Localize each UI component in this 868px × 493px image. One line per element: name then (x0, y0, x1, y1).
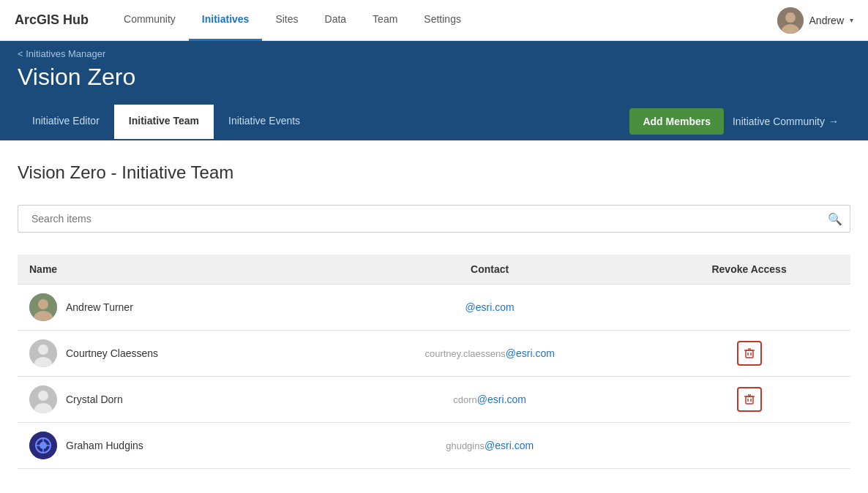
contact-email-link[interactable]: @esri.com (477, 394, 526, 405)
user-menu-chevron-icon: ▾ (850, 16, 853, 24)
svg-point-7 (38, 345, 48, 355)
revoke-access-button[interactable] (737, 387, 762, 412)
member-name-label: Graham Hudgins (66, 440, 143, 451)
search-input[interactable] (26, 206, 828, 232)
top-navigation: ArcGIS Hub Community Initiatives Sites D… (0, 0, 868, 41)
main-content: Vision Zero - Initiative Team 🔍 Name Con… (0, 140, 868, 491)
contact-cell: cdorn@esri.com (332, 377, 648, 423)
contact-email-link[interactable]: @esri.com (506, 347, 555, 359)
nav-link-community[interactable]: Community (111, 0, 189, 41)
svg-rect-9 (746, 350, 753, 358)
avatar (29, 432, 57, 459)
svg-point-1 (785, 12, 796, 23)
contact-prefix: cdorn (453, 394, 477, 405)
tab-bar: Initiative Editor Initiative Team Initia… (18, 102, 850, 140)
revoke-cell (648, 331, 850, 377)
tab-bar-left: Initiative Editor Initiative Team Initia… (18, 105, 618, 139)
contact-prefix: ghudgins (446, 440, 484, 451)
member-name-label: Courtney Claessens (66, 347, 158, 359)
table-header: Name Contact Revoke Access (18, 255, 850, 285)
revoke-cell (648, 423, 850, 469)
table-row: Graham Hudgins ghudgins@esri.com (18, 423, 850, 469)
initiative-title: Vision Zero (18, 64, 850, 91)
table-row: Andrew Turner @esri.com (18, 285, 850, 331)
svg-point-4 (38, 299, 48, 309)
add-members-button[interactable]: Add Members (629, 108, 724, 135)
tab-initiative-editor[interactable]: Initiative Editor (18, 105, 114, 139)
contact-prefix: courtney.claessens (424, 348, 505, 359)
member-name-cell: Graham Hudgins (18, 423, 332, 469)
contact-cell: ghudgins@esri.com (332, 423, 648, 469)
contact-email-link[interactable]: @esri.com (465, 301, 515, 313)
nav-link-data[interactable]: Data (312, 0, 360, 41)
search-bar: 🔍 (18, 205, 850, 233)
contact-cell: courtney.claessens@esri.com (332, 331, 648, 377)
tab-initiative-events[interactable]: Initiative Events (214, 105, 315, 139)
col-name: Name (18, 255, 332, 285)
initiative-community-arrow-icon: → (828, 116, 839, 127)
initiative-community-label: Initiative Community (733, 116, 825, 127)
revoke-cell (648, 285, 850, 331)
contact-cell: @esri.com (332, 285, 648, 331)
tab-initiative-team[interactable]: Initiative Team (114, 105, 214, 139)
svg-point-15 (38, 391, 48, 401)
user-name-label: Andrew (809, 15, 844, 26)
members-table: Name Contact Revoke Access (18, 255, 850, 469)
nav-link-settings[interactable]: Settings (411, 0, 474, 41)
user-menu[interactable]: Andrew ▾ (777, 7, 853, 34)
initiative-community-link[interactable]: Initiative Community → (733, 116, 839, 127)
trash-icon (744, 394, 755, 405)
initiatives-breadcrumb[interactable]: < Initiatives Manager (18, 48, 850, 59)
app-logo: ArcGIS Hub (15, 12, 89, 28)
initiative-banner: < Initiatives Manager Vision Zero Initia… (0, 41, 868, 140)
avatar (29, 339, 57, 367)
avatar (29, 385, 57, 413)
member-name-label: Andrew Turner (66, 301, 133, 313)
trash-icon (744, 347, 755, 359)
avatar (29, 293, 57, 321)
member-name-cell: Crystal Dorn (18, 377, 332, 423)
revoke-cell (648, 377, 850, 423)
contact-email-link[interactable]: @esri.com (484, 440, 534, 451)
page-heading: Vision Zero - Initiative Team (18, 162, 850, 183)
table-row: Courtney Claessens courtney.claessens@es… (18, 331, 850, 377)
col-revoke: Revoke Access (648, 255, 850, 285)
search-icon: 🔍 (828, 212, 842, 226)
member-name-cell: Andrew Turner (18, 285, 332, 331)
nav-link-team[interactable]: Team (359, 0, 411, 41)
member-name-label: Crystal Dorn (66, 394, 123, 405)
nav-link-initiatives[interactable]: Initiatives (189, 0, 263, 41)
col-contact: Contact (332, 255, 648, 285)
nav-links: Community Initiatives Sites Data Team Se… (111, 0, 777, 41)
table-row: Crystal Dorn cdorn@esri.com (18, 377, 850, 423)
user-avatar-icon (777, 7, 804, 34)
tab-bar-right: Add Members Initiative Community → (618, 102, 850, 140)
nav-link-sites[interactable]: Sites (262, 0, 311, 41)
member-name-cell: Courtney Claessens (18, 331, 332, 377)
table-body: Andrew Turner @esri.com (18, 285, 850, 469)
revoke-access-button[interactable] (737, 341, 762, 366)
svg-rect-17 (746, 396, 753, 404)
